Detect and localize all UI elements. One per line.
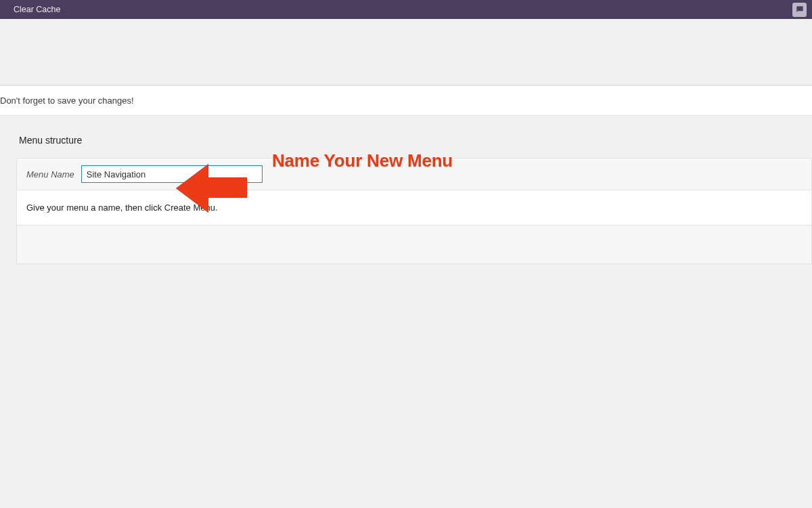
save-changes-notice-text: Don't forget to save your changes!: [0, 96, 134, 106]
menu-instruction-body: Give your menu a name, then click Create…: [17, 190, 811, 226]
menu-structure-section: Menu structure Menu Name Give your menu …: [0, 116, 812, 264]
admin-bar: Clear Cache: [0, 0, 812, 19]
annotation-title: Name Your New Menu: [272, 150, 453, 171]
menu-structure-panel: Menu Name Give your menu a name, then cl…: [16, 158, 812, 264]
clear-cache-link[interactable]: Clear Cache: [14, 5, 60, 14]
menu-name-input[interactable]: [81, 165, 263, 183]
menu-panel-footer: [17, 226, 811, 263]
header-blank-area: [0, 19, 812, 85]
comments-icon[interactable]: [792, 3, 807, 17]
save-changes-notice: Don't forget to save your changes!: [0, 85, 812, 116]
menu-name-label: Menu Name: [26, 169, 74, 179]
menu-instruction-text: Give your menu a name, then click Create…: [26, 203, 218, 213]
